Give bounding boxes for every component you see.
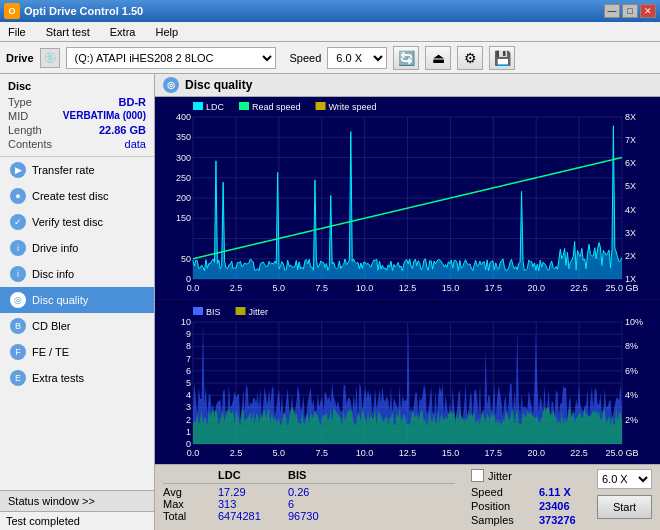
titlebar-left: O Opti Drive Control 1.50	[4, 3, 143, 19]
chart-ldc	[155, 97, 660, 302]
disc-contents-row: Contents data	[8, 138, 146, 150]
extra-tests-icon: E	[10, 370, 26, 386]
verify-test-disc-icon: ✓	[10, 214, 26, 230]
disc-length-value: 22.86 GB	[99, 124, 146, 136]
disc-quality-icon: ◎	[10, 292, 26, 308]
save-button[interactable]: 💾	[489, 46, 515, 70]
disc-quality-header-icon: ◎	[163, 77, 179, 93]
fe-te-icon: F	[10, 344, 26, 360]
drive-label: Drive	[6, 52, 34, 64]
disc-type-row: Type BD-R	[8, 96, 146, 108]
stats-header: LDC BIS	[163, 469, 455, 484]
stats-total-label: Total	[163, 510, 198, 522]
stats-total-row: Total 6474281 96730	[163, 510, 455, 522]
cd-bler-icon: B	[10, 318, 26, 334]
jitter-checkbox[interactable]	[471, 469, 484, 482]
content-area: ◎ Disc quality LDC BIS Avg 17.2	[155, 74, 660, 530]
drive-icon: 💿	[40, 48, 60, 68]
disc-quality-header: ◎ Disc quality	[155, 74, 660, 97]
app-icon: O	[4, 3, 20, 19]
transfer-rate-label: Transfer rate	[32, 164, 95, 176]
jitter-check: Jitter	[471, 469, 589, 482]
sidebar-item-create-test-disc[interactable]: ● Create test disc	[0, 183, 154, 209]
stats-ldc-header: LDC	[218, 469, 268, 481]
menu-start-test[interactable]: Start test	[42, 24, 94, 40]
jitter-label: Jitter	[488, 470, 512, 482]
sidebar-item-drive-info[interactable]: i Drive info	[0, 235, 154, 261]
maximize-button[interactable]: □	[622, 4, 638, 18]
stats-right-col: Jitter Speed 6.11 X Position 23406 Sampl…	[471, 469, 589, 526]
verify-test-disc-label: Verify test disc	[32, 216, 103, 228]
chart-bis	[155, 302, 660, 464]
transfer-rate-icon: ▶	[10, 162, 26, 178]
stats-avg-bis: 0.26	[288, 486, 309, 498]
stats-max-ldc: 313	[218, 498, 268, 510]
speed-label2: Speed	[471, 486, 531, 498]
charts-container	[155, 97, 660, 464]
sidebar-item-verify-test-disc[interactable]: ✓ Verify test disc	[0, 209, 154, 235]
status-window-label: Status window >>	[8, 495, 95, 507]
disc-length-label: Length	[8, 124, 42, 136]
sidebar-item-cd-bler[interactable]: B CD Bler	[0, 313, 154, 339]
menu-extra[interactable]: Extra	[106, 24, 140, 40]
samples-row: Samples 373276	[471, 514, 589, 526]
stats-total-bis: 96730	[288, 510, 319, 522]
stats-avg-ldc: 17.29	[218, 486, 268, 498]
refresh-button[interactable]: 🔄	[393, 46, 419, 70]
status-window-button[interactable]: Status window >>	[0, 491, 154, 512]
close-button[interactable]: ✕	[640, 4, 656, 18]
disc-info-icon: i	[10, 266, 26, 282]
speed-label: Speed	[290, 52, 322, 64]
drive-info-label: Drive info	[32, 242, 78, 254]
stats-bis-header: BIS	[288, 469, 328, 481]
speed-row: Speed 6.11 X	[471, 486, 589, 498]
sidebar-item-extra-tests[interactable]: E Extra tests	[0, 365, 154, 391]
samples-label: Samples	[471, 514, 531, 526]
disc-quality-label: Disc quality	[32, 294, 88, 306]
fe-te-label: FE / TE	[32, 346, 69, 358]
menubar: File Start test Extra Help	[0, 22, 660, 42]
drive-select[interactable]: (Q:) ATAPI iHES208 2 8LOC	[66, 47, 276, 69]
sidebar-item-fe-te[interactable]: F FE / TE	[0, 339, 154, 365]
nav-items: ▶ Transfer rate ● Create test disc ✓ Ver…	[0, 157, 154, 490]
speed-select[interactable]: 6.0 X 4.0 X 2.0 X MAX	[327, 47, 387, 69]
sidebar-bottom: Status window >> Test completed	[0, 490, 154, 530]
disc-section: Disc Type BD-R MID VERBATIMa (000) Lengt…	[0, 74, 154, 157]
eject-button[interactable]: ⏏	[425, 46, 451, 70]
stats-max-label: Max	[163, 498, 198, 510]
disc-type-label: Type	[8, 96, 32, 108]
drivebar: Drive 💿 (Q:) ATAPI iHES208 2 8LOC Speed …	[0, 42, 660, 74]
create-test-disc-icon: ●	[10, 188, 26, 204]
menu-help[interactable]: Help	[151, 24, 182, 40]
test-completed-bar: Test completed	[0, 512, 154, 530]
disc-contents-label: Contents	[8, 138, 52, 150]
create-test-disc-label: Create test disc	[32, 190, 108, 202]
stats-main: LDC BIS Avg 17.29 0.26 Max 313 6 Total 6…	[163, 469, 455, 522]
stats-bar: LDC BIS Avg 17.29 0.26 Max 313 6 Total 6…	[155, 464, 660, 530]
main-layout: Disc Type BD-R MID VERBATIMa (000) Lengt…	[0, 74, 660, 530]
extra-tests-label: Extra tests	[32, 372, 84, 384]
sidebar-item-disc-quality[interactable]: ◎ Disc quality	[0, 287, 154, 313]
stats-position-group: Speed 6.11 X Position 23406 Samples 3732…	[471, 486, 589, 526]
stats-controls: 6.0 X 4.0 X 2.0 X Start	[597, 469, 652, 519]
position-value: 23406	[539, 500, 589, 512]
disc-quality-title: Disc quality	[185, 78, 252, 92]
test-completed-label: Test completed	[6, 515, 80, 527]
position-row: Position 23406	[471, 500, 589, 512]
settings-button[interactable]: ⚙	[457, 46, 483, 70]
speed-value: 6.11 X	[539, 486, 589, 498]
titlebar: O Opti Drive Control 1.50 — □ ✕	[0, 0, 660, 22]
cd-bler-label: CD Bler	[32, 320, 71, 332]
disc-section-label: Disc	[8, 80, 146, 92]
menu-file[interactable]: File	[4, 24, 30, 40]
sidebar-item-transfer-rate[interactable]: ▶ Transfer rate	[0, 157, 154, 183]
disc-mid-value: VERBATIMa (000)	[63, 110, 146, 122]
sidebar-item-disc-info[interactable]: i Disc info	[0, 261, 154, 287]
bis-canvas	[155, 302, 660, 464]
samples-value: 373276	[539, 514, 589, 526]
stats-total-ldc: 6474281	[218, 510, 268, 522]
drive-info-icon: i	[10, 240, 26, 256]
speed-select-small[interactable]: 6.0 X 4.0 X 2.0 X	[597, 469, 652, 489]
minimize-button[interactable]: —	[604, 4, 620, 18]
start-button[interactable]: Start	[597, 495, 652, 519]
